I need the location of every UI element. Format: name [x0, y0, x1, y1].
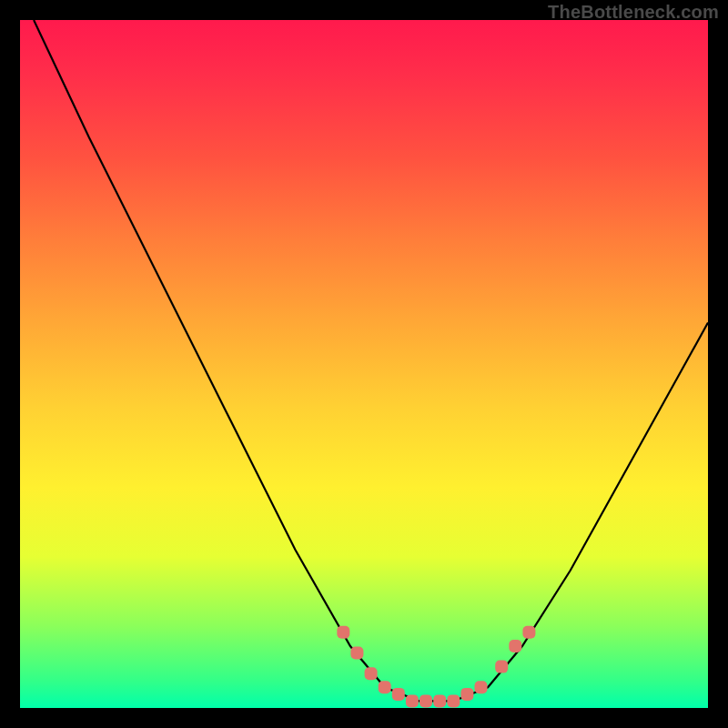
- marker-point: [475, 681, 488, 693]
- marker-point: [365, 667, 378, 680]
- marker-point: [406, 694, 419, 707]
- curve-line: [34, 20, 708, 701]
- watermark-text: TheBottleneck.com: [548, 2, 719, 23]
- marker-point: [447, 694, 460, 707]
- bottleneck-chart: [20, 20, 708, 708]
- marker-point: [509, 640, 521, 652]
- marker-point: [379, 681, 391, 693]
- marker-point: [420, 694, 432, 707]
- marker-point: [460, 688, 473, 701]
- marker-point: [433, 694, 446, 707]
- marker-point: [350, 647, 363, 660]
- marker-point: [495, 661, 508, 673]
- marker-point: [522, 626, 535, 639]
- marker-point: [392, 688, 405, 701]
- marker-point: [337, 626, 349, 639]
